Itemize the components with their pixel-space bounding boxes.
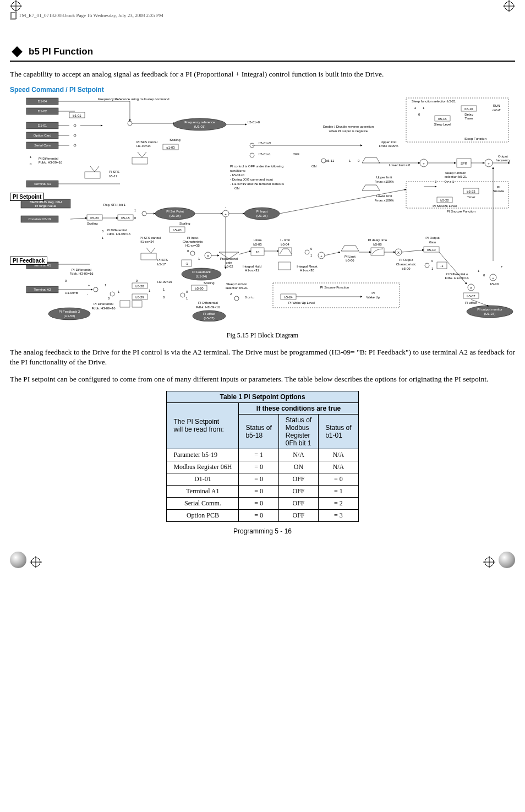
svg-text:1: 1 xyxy=(30,155,32,159)
svg-text:SFR: SFR xyxy=(461,162,468,165)
svg-text:Frequency reference: Frequency reference xyxy=(184,121,215,124)
svg-text:0: 0 xyxy=(163,296,165,299)
col-header-modbus: Status ofModbusRegister0Fh bit 1 xyxy=(278,414,318,449)
svg-text:1: 1 xyxy=(349,159,351,162)
svg-text:Timer: Timer xyxy=(467,195,475,199)
svg-text:Scaling: Scaling xyxy=(204,281,215,285)
svg-text:0: 0 xyxy=(136,279,138,282)
svg-text:b5-16: b5-16 xyxy=(464,107,473,111)
svg-text:Delay: Delay xyxy=(464,113,473,116)
svg-line-292 xyxy=(402,250,424,252)
svg-text:PI Wake Up Level: PI Wake Up Level xyxy=(288,301,315,304)
svg-point-86 xyxy=(321,159,326,163)
svg-text:+: + xyxy=(501,265,503,268)
svg-text:b5-03: b5-03 xyxy=(253,243,262,246)
svg-text:1: 1 xyxy=(431,267,434,270)
crosshair-icon xyxy=(10,0,22,12)
figure-caption: Fig 5.15 PI Block Diagram xyxy=(10,331,515,340)
svg-text:selection b5-21: selection b5-21 xyxy=(226,286,248,290)
svg-text:selection b5-21: selection b5-21 xyxy=(445,175,467,178)
svg-text:Fdbk. H3-09=16: Fdbk. H3-09=16 xyxy=(196,306,220,309)
svg-text:OFF: OFF xyxy=(293,152,299,156)
svg-point-204 xyxy=(425,263,429,268)
svg-text:PI Differential: PI Differential xyxy=(94,302,113,306)
svg-text:b5-28: b5-28 xyxy=(135,285,144,288)
page-bottom-marks xyxy=(10,552,515,568)
svg-text:PI SFS cancel: PI SFS cancel xyxy=(140,236,161,239)
svg-text:Upper limit: Upper limit xyxy=(376,176,392,179)
svg-text:1: 1 xyxy=(198,257,200,260)
svg-text:Fdbk. H3-09=16: Fdbk. H3-09=16 xyxy=(69,272,94,275)
svg-point-258 xyxy=(234,296,239,301)
paragraph-3: The PI setpoint can be configured to com… xyxy=(10,374,515,384)
header-note: TM_E7_01_07182008.book Page 16 Wednesday… xyxy=(10,12,515,20)
svg-point-135 xyxy=(142,211,146,216)
svg-text:Sleep Level: Sleep Level xyxy=(434,123,451,126)
svg-text:2: 2 xyxy=(230,292,232,296)
svg-text:0: 0 xyxy=(187,249,189,253)
svg-point-230 xyxy=(110,292,114,296)
svg-text:(U1-38): (U1-38) xyxy=(169,214,181,217)
crosshair-icon xyxy=(483,556,495,568)
svg-text:H3-09=B: H3-09=B xyxy=(65,291,78,295)
svg-text:-: - xyxy=(87,292,88,296)
table-row: Parameter b5-19= 1N/AN/A xyxy=(167,449,358,461)
svg-text:PI: PI xyxy=(497,186,500,189)
svg-text:ON: ON xyxy=(311,165,316,168)
svg-text:0: 0 xyxy=(418,113,420,116)
svg-text:Wake Up: Wake Up xyxy=(367,296,380,299)
svg-text:D1-04: D1-04 xyxy=(38,100,47,103)
svg-text:(U1-36): (U1-36) xyxy=(256,214,267,217)
svg-text:b5-10: b5-10 xyxy=(427,248,436,252)
svg-text:b5-06: b5-06 xyxy=(346,259,354,262)
svg-rect-6 xyxy=(10,13,15,19)
svg-text:Scaling: Scaling xyxy=(169,138,181,141)
svg-text:Characteristic: Characteristic xyxy=(396,263,417,266)
svg-text:+: + xyxy=(492,276,494,280)
table-row: Serial Comm.= 0OFF= 2 xyxy=(167,497,358,509)
svg-text:gain: gain xyxy=(226,261,232,264)
svg-text:- b5-01=0: - b5-01=0 xyxy=(230,173,245,177)
svg-text:Sleep function: Sleep function xyxy=(445,171,466,175)
svg-text:D1-01: D1-01 xyxy=(38,124,47,127)
svg-text:1: 1 xyxy=(310,254,313,257)
svg-point-27 xyxy=(74,124,76,127)
svg-text:1: 1 xyxy=(118,290,120,293)
svg-line-297 xyxy=(70,218,87,219)
svg-text:PI control is OFF under the fo: PI control is OFF under the following xyxy=(230,165,283,168)
svg-text:PI offset: PI offset xyxy=(203,312,215,315)
svg-point-228 xyxy=(94,287,98,292)
svg-text:(U1-53): (U1-53) xyxy=(64,314,75,318)
svg-text:PI offset: PI offset xyxy=(465,301,477,304)
svg-text:1: 1 xyxy=(163,288,165,291)
svg-text:b5-01=0: b5-01=0 xyxy=(248,121,260,124)
svg-text:X: X xyxy=(470,286,472,290)
svg-text:(U1-37): (U1-37) xyxy=(484,312,495,315)
svg-text:0: 0 xyxy=(108,297,110,300)
svg-point-29 xyxy=(74,144,76,146)
svg-text:PI Snooze Function: PI Snooze Function xyxy=(447,210,475,213)
svg-text:b5-20: b5-20 xyxy=(195,287,204,290)
svg-point-28 xyxy=(74,134,76,137)
table-title: Table 1 PI Setpoint Options xyxy=(167,391,358,402)
svg-rect-240 xyxy=(132,301,142,307)
svg-text:0: 0 xyxy=(483,274,485,277)
svg-line-289 xyxy=(325,252,340,255)
svg-text:Terminal A1: Terminal A1 xyxy=(34,182,51,186)
svg-text:PI: PI xyxy=(371,291,375,295)
svg-text:Sleep Function: Sleep Function xyxy=(464,137,486,140)
svg-text:Serial Com: Serial Com xyxy=(34,144,51,147)
svg-text:H1-xx=31: H1-xx=31 xyxy=(245,269,260,272)
crosshair-icon xyxy=(503,0,515,12)
svg-rect-187 xyxy=(278,262,291,270)
svg-text:-: - xyxy=(225,205,226,209)
svg-text:0: 0 xyxy=(30,162,32,166)
svg-text:+: + xyxy=(225,212,227,216)
svg-text:b5-01=3: b5-01=3 xyxy=(259,141,271,145)
svg-text:Lower limit: Lower limit xyxy=(376,194,392,198)
svg-text:Frequency Reference
using mult: Frequency Reference using multi-step com… xyxy=(98,97,169,101)
svg-text:Output: Output xyxy=(498,155,508,158)
svg-text:D1-02: D1-02 xyxy=(38,110,47,113)
svg-text:PI Differential: PI Differential xyxy=(72,268,91,271)
svg-text:Scaling: Scaling xyxy=(87,222,98,225)
